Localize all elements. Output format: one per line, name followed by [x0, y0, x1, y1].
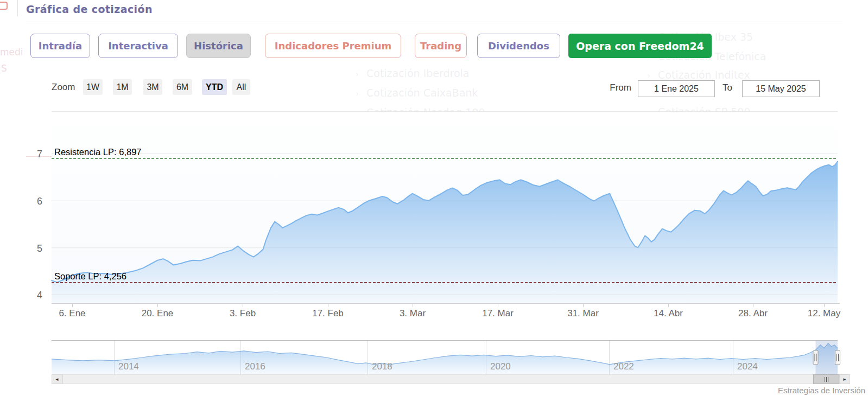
- navigator-area-fill: [52, 343, 838, 374]
- navigator-year-label: 2020: [490, 361, 511, 372]
- series-area-fill: [52, 162, 838, 303]
- x-axis-label: 6. Ene: [48, 308, 97, 319]
- x-axis-label: 14. Abr: [644, 308, 693, 319]
- x-axis-label: 3. Mar: [388, 308, 437, 319]
- navigator-selected-range[interactable]: [815, 341, 838, 374]
- y-axis-label: 6: [16, 196, 42, 207]
- x-axis-label: 12. May: [800, 308, 848, 319]
- x-axis-label: 3. Feb: [218, 308, 267, 319]
- navigator-year-label: 2016: [245, 361, 265, 372]
- navigator-year-label: 2018: [372, 361, 392, 372]
- x-axis-label: 28. Abr: [728, 308, 777, 319]
- x-axis-label: 31. Mar: [559, 308, 607, 319]
- scrollbar-right-arrow-button[interactable]: ►: [839, 374, 850, 384]
- x-axis-label: 20. Ene: [133, 308, 182, 319]
- scrollbar-left-arrow-button[interactable]: ◄: [52, 374, 62, 384]
- x-axis-label: 17. Feb: [303, 308, 352, 319]
- scrollbar-grip-icon: [826, 377, 827, 382]
- navigator-year-label: 2014: [118, 361, 139, 372]
- y-axis-label: 4: [16, 290, 42, 301]
- scrollbar-track[interactable]: [62, 374, 839, 384]
- support-label: Soporte LP: 4,256: [54, 271, 126, 282]
- y-axis-label: 7: [16, 149, 42, 160]
- scrollbar-thumb[interactable]: [813, 374, 839, 384]
- chart-credits-link[interactable]: Estrategias de Inversión: [778, 386, 865, 395]
- page: medi S ›Cotización Iberdrola›Cotización …: [0, 0, 868, 415]
- navigator-year-label: 2022: [613, 361, 634, 372]
- x-axis-label: 17. Mar: [473, 308, 522, 319]
- navigator-year-label: 2024: [737, 361, 758, 372]
- resistance-label: Resistencia LP: 6,897: [54, 147, 142, 157]
- y-axis-label: 5: [16, 243, 42, 254]
- price-chart-canvas[interactable]: [0, 0, 868, 415]
- x-axis: [52, 303, 840, 307]
